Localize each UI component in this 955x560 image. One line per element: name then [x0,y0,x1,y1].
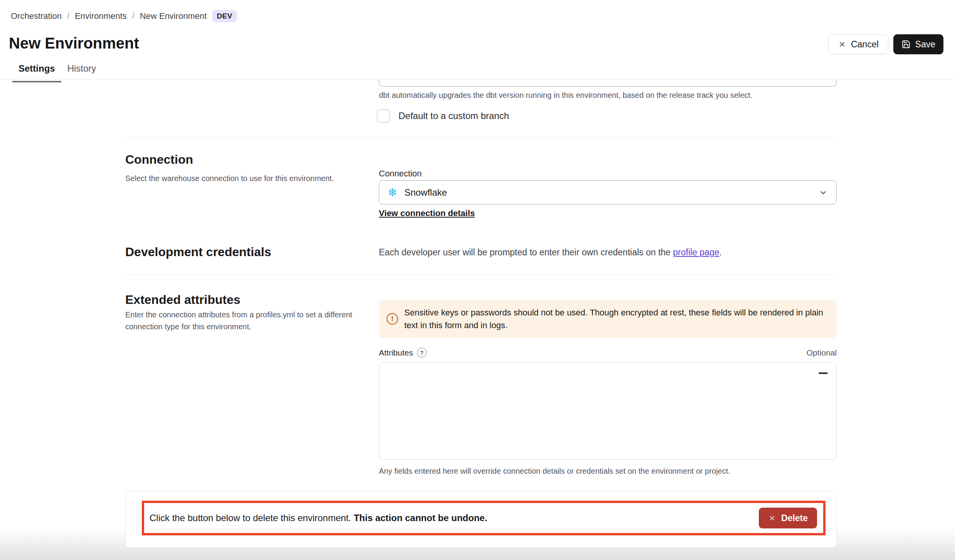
delete-button[interactable]: Delete [759,508,817,528]
cancel-button[interactable]: Cancel [828,34,888,54]
new-environment-page: Orchestration / Environments / New Envir… [0,0,955,560]
snowflake-icon: ❄ [388,187,397,198]
breadcrumb-separator: / [67,11,69,21]
sensitive-keys-warning-banner: ! Sensitive keys or passwords should not… [379,300,837,338]
attributes-label-text: Attributes [379,348,413,357]
release-track-helper: dbt automatically upgrades the dbt versi… [379,91,752,100]
profile-page-link[interactable]: profile page [673,247,719,257]
attributes-label-row: Attributes ? Optional [379,348,837,357]
help-icon[interactable]: ? [417,348,427,357]
extended-attributes-heading: Extended attributes [125,293,240,307]
delete-warning-bold: This action cannot be undone. [354,513,488,523]
breadcrumb-separator: / [132,11,135,21]
attributes-label: Attributes ? [379,348,427,357]
section-divider [125,275,837,275]
optional-label: Optional [807,348,837,357]
attributes-editor-textarea[interactable] [385,367,813,456]
delete-warning-normal: Click the button below to delete this en… [150,513,354,523]
header-actions: Cancel Save [828,34,943,54]
minus-icon [819,372,828,374]
save-button[interactable]: Save [893,34,943,54]
connection-selected-value: Snowflake [404,187,447,198]
alert-circle-icon: ! [387,313,398,325]
delete-section-highlight: Click the button below to delete this en… [142,501,826,535]
env-type-badge: DEV [212,10,237,22]
close-icon [838,40,846,49]
development-credentials-heading: Development credentials [125,245,271,259]
release-track-input-partial[interactable] [379,80,837,87]
delete-button-label: Delete [781,513,808,523]
collapse-editor-button[interactable] [818,369,829,377]
close-icon [768,514,776,522]
connection-heading: Connection [125,153,193,167]
section-divider [125,137,837,138]
page-title: New Environment [9,35,139,52]
attributes-editor-helper: Any fields entered here will override co… [379,467,730,476]
cancel-button-label: Cancel [851,39,879,50]
devcred-text-after: . [719,247,721,257]
extended-attributes-description: Enter the connection attributes from a p… [125,309,364,333]
connection-select[interactable]: ❄ Snowflake [379,180,837,205]
breadcrumb-environments[interactable]: Environments [75,11,127,21]
save-button-label: Save [915,39,935,50]
connection-field-label: Connection [379,169,422,179]
view-connection-details-link[interactable]: View connection details [379,208,475,218]
warning-text: Sensitive keys or passwords should not b… [404,306,827,332]
custom-branch-label: Default to a custom branch [398,109,509,122]
save-icon [901,40,911,49]
connection-description: Select the warehouse connection to use f… [125,173,334,184]
devcred-text-before: Each developer user will be prompted to … [379,247,673,257]
development-credentials-text: Each developer user will be prompted to … [379,247,722,258]
breadcrumb-new-environment[interactable]: New Environment [140,11,207,21]
custom-branch-checkbox[interactable] [377,109,390,122]
chevron-down-icon [819,188,828,197]
attributes-editor[interactable] [379,362,837,460]
breadcrumb-orchestration[interactable]: Orchestration [11,11,62,21]
custom-branch-row[interactable]: Default to a custom branch [377,109,509,122]
delete-warning-text: Click the button below to delete this en… [150,513,487,523]
breadcrumb: Orchestration / Environments / New Envir… [11,10,237,22]
